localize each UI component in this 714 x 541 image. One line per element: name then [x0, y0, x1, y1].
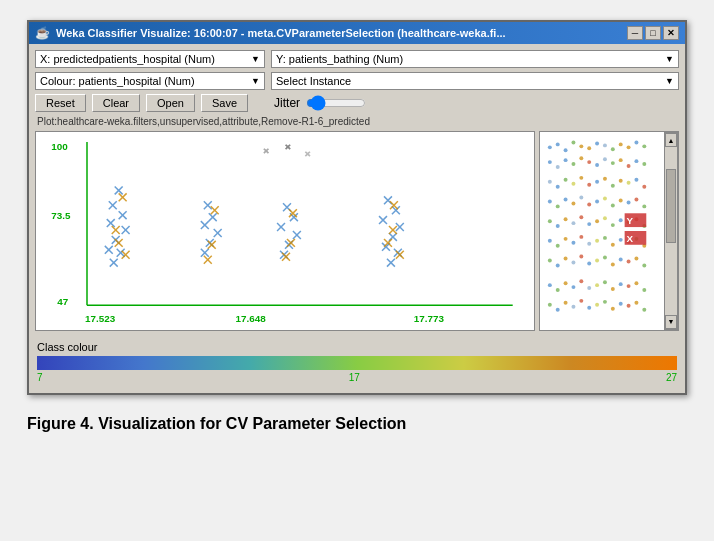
svg-point-135	[627, 181, 631, 185]
svg-point-147	[619, 199, 623, 203]
svg-point-173	[619, 238, 623, 242]
reset-button[interactable]: Reset	[35, 94, 86, 112]
svg-point-187	[627, 260, 631, 264]
y-axis-arrow-icon: ▼	[665, 54, 674, 64]
svg-text:17.773: 17.773	[414, 313, 445, 324]
svg-point-142	[579, 196, 583, 200]
scroll-down-button[interactable]: ▼	[665, 315, 677, 329]
svg-point-107	[611, 147, 615, 151]
svg-point-146	[611, 203, 615, 207]
colour-bar	[37, 356, 677, 370]
x-axis-arrow-icon: ▼	[251, 54, 260, 64]
svg-point-168	[579, 235, 583, 239]
axis-row: X: predictedpatients_hospital (Num) ▼ Y:…	[35, 50, 679, 68]
svg-point-206	[571, 305, 575, 309]
svg-point-203	[548, 303, 552, 307]
save-button[interactable]: Save	[201, 94, 248, 112]
svg-text:×: ×	[285, 141, 291, 152]
minimize-button[interactable]: ─	[627, 26, 643, 40]
y-axis-label: Y: patients_bathing (Num)	[276, 53, 403, 65]
x-axis-label: X: predictedpatients_hospital (Num)	[40, 53, 215, 65]
svg-text:Y: Y	[627, 215, 634, 226]
svg-point-126	[556, 185, 560, 189]
svg-point-204	[556, 308, 560, 312]
svg-point-129	[579, 176, 583, 180]
svg-point-213	[627, 304, 631, 308]
colour-bar-section: Class colour 7 17 27	[35, 337, 679, 387]
svg-point-113	[556, 165, 560, 169]
svg-point-138	[548, 200, 552, 204]
y-axis-dropdown[interactable]: Y: patients_bathing (Num) ▼	[271, 50, 679, 68]
svg-point-149	[634, 198, 638, 202]
svg-point-121	[619, 158, 623, 162]
maximize-button[interactable]: □	[645, 26, 661, 40]
svg-point-110	[634, 140, 638, 144]
jitter-slider[interactable]	[306, 95, 366, 111]
figure-caption: Figure 4. Visualization for CV Parameter…	[27, 415, 687, 433]
svg-text:X: X	[627, 233, 634, 244]
instance-arrow-icon: ▼	[665, 76, 674, 86]
svg-point-171	[603, 236, 607, 240]
clear-button[interactable]: Clear	[92, 94, 140, 112]
x-axis-dropdown[interactable]: X: predictedpatients_hospital (Num) ▼	[35, 50, 265, 68]
svg-point-185	[611, 262, 615, 266]
svg-point-178	[556, 263, 560, 267]
svg-point-151	[548, 219, 552, 223]
svg-point-209	[595, 303, 599, 307]
svg-point-132	[603, 177, 607, 181]
svg-point-196	[595, 283, 599, 287]
svg-point-156	[587, 222, 591, 226]
svg-point-159	[611, 223, 615, 227]
svg-point-167	[571, 241, 575, 245]
select-instance-dropdown[interactable]: Select Instance ▼	[271, 72, 679, 90]
colour-dropdown[interactable]: Colour: patients_hospital (Num) ▼	[35, 72, 265, 90]
svg-point-200	[627, 284, 631, 288]
svg-point-150	[642, 204, 646, 208]
mini-svg: Y X	[540, 132, 664, 330]
svg-point-117	[587, 160, 591, 164]
svg-point-130	[587, 183, 591, 187]
svg-point-144	[595, 200, 599, 204]
svg-point-112	[548, 160, 552, 164]
svg-text:73.5: 73.5	[51, 210, 71, 221]
svg-point-124	[642, 162, 646, 166]
svg-point-195	[587, 286, 591, 290]
svg-point-180	[571, 261, 575, 265]
main-window: ☕ Weka Classifier Visualize: 16:00:07 - …	[27, 20, 687, 395]
svg-point-122	[627, 164, 631, 168]
svg-point-103	[579, 144, 583, 148]
svg-point-137	[642, 185, 646, 189]
svg-point-128	[571, 182, 575, 186]
colour-arrow-icon: ▼	[251, 76, 260, 86]
svg-point-116	[579, 156, 583, 160]
svg-text:×: ×	[263, 145, 269, 156]
scroll-thumb[interactable]	[666, 169, 676, 242]
window-controls: ─ □ ✕	[627, 26, 679, 40]
svg-point-158	[603, 216, 607, 220]
svg-point-153	[564, 217, 568, 221]
mini-plot-scrollbar[interactable]: ▲ ▼	[664, 132, 678, 330]
svg-point-214	[634, 301, 638, 305]
svg-point-210	[603, 300, 607, 304]
open-button[interactable]: Open	[146, 94, 195, 112]
window-title: Weka Classifier Visualize: 16:00:07 - me…	[56, 27, 627, 39]
title-bar: ☕ Weka Classifier Visualize: 16:00:07 - …	[29, 22, 685, 44]
svg-point-105	[595, 141, 599, 145]
svg-point-169	[587, 242, 591, 246]
svg-point-139	[556, 204, 560, 208]
svg-point-189	[642, 263, 646, 267]
svg-point-155	[579, 215, 583, 219]
svg-point-208	[587, 306, 591, 310]
svg-point-165	[556, 244, 560, 248]
scroll-up-button[interactable]: ▲	[665, 133, 677, 147]
svg-point-120	[611, 161, 615, 165]
svg-point-133	[611, 184, 615, 188]
svg-point-211	[611, 307, 615, 311]
svg-point-101	[564, 148, 568, 152]
window-icon: ☕	[35, 26, 50, 40]
svg-point-215	[642, 308, 646, 312]
close-button[interactable]: ✕	[663, 26, 679, 40]
svg-point-106	[603, 143, 607, 147]
svg-point-186	[619, 258, 623, 262]
svg-point-125	[548, 180, 552, 184]
